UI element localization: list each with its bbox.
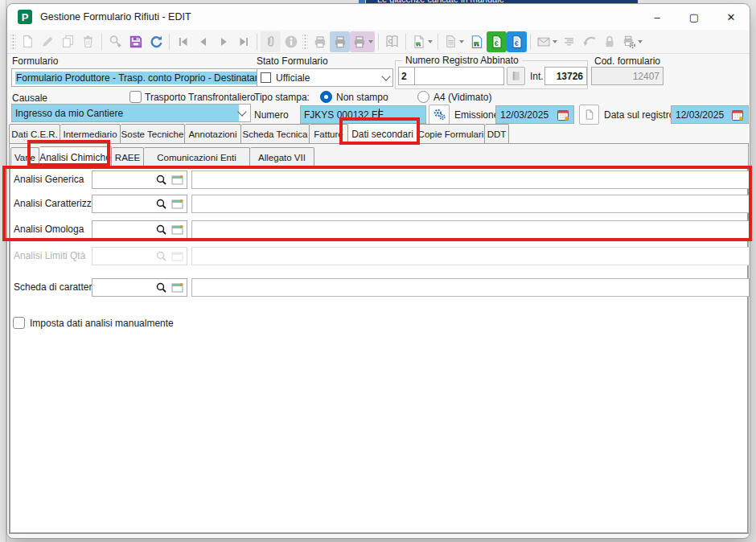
printer-preview-icon — [333, 35, 347, 49]
int-value-field[interactable]: 13726 — [544, 67, 587, 85]
analisi-omologa-search-field[interactable] — [92, 220, 187, 239]
tab-raee[interactable]: RAEE — [112, 147, 144, 167]
lock-button[interactable] — [599, 31, 619, 52]
tab-ddt[interactable]: DDT — [485, 124, 509, 144]
toolbar-grip — [302, 33, 308, 51]
delete-button[interactable] — [78, 31, 98, 52]
dropdown-caret-icon — [638, 40, 643, 43]
tab-comunicazioni-enti[interactable]: Comunicazioni Enti — [144, 147, 250, 167]
data-registro-date-field[interactable]: 12/03/2025 — [671, 105, 749, 124]
tab-dati-cer[interactable]: Dati C.E.R. — [9, 124, 60, 144]
table-window-icon[interactable] — [171, 174, 184, 187]
registro-numero-field[interactable] — [414, 67, 504, 85]
toolbar-separator — [405, 34, 406, 50]
info-button[interactable] — [281, 31, 301, 52]
toolbar-separator — [257, 34, 257, 50]
info-icon — [284, 35, 298, 49]
scheda-caratter-search-field[interactable] — [92, 278, 187, 297]
new-document-icon — [21, 35, 35, 48]
refresh-button[interactable] — [146, 31, 166, 52]
imposta-dati-analisi-checkbox[interactable] — [13, 317, 25, 329]
formulario-automezzo-button[interactable] — [466, 31, 487, 52]
numero-settings-button[interactable] — [429, 105, 450, 125]
attachment-button[interactable] — [261, 31, 281, 52]
tab-varie[interactable]: Varie — [10, 147, 39, 167]
table-window-icon — [171, 250, 184, 263]
text-cursor — [379, 109, 380, 121]
trasporto-transfrontaliero-checkbox[interactable] — [129, 91, 142, 103]
save-button[interactable] — [125, 31, 146, 52]
registro-prefix-field[interactable]: 2 — [398, 67, 415, 85]
fattura-euro-blu-button[interactable]: € — [507, 31, 527, 52]
background-window-edge — [0, 0, 6, 542]
nav-last-button[interactable] — [233, 31, 253, 52]
radio-non-stampo[interactable] — [320, 91, 332, 103]
printer-gear-icon — [622, 35, 636, 49]
nav-first-button[interactable] — [173, 31, 193, 52]
dropdown-caret-icon — [368, 40, 373, 43]
calendar-icon[interactable] — [557, 109, 569, 121]
primary-tabstrip: Dati C.E.R. Intermediario Soste Tecniche… — [9, 123, 509, 144]
libro-registro-button[interactable]: C — [382, 31, 402, 52]
search-icon[interactable] — [155, 174, 168, 187]
tab-analisi-chimiche[interactable]: Analisi Chimiche — [39, 146, 112, 167]
registro-book-button[interactable] — [507, 67, 525, 85]
nav-next-button[interactable] — [213, 31, 233, 52]
toolbar-separator — [169, 34, 170, 50]
chevron-down-icon — [381, 72, 390, 80]
radio-a4-vidimato[interactable] — [417, 91, 429, 103]
tab-dati-secondari[interactable]: Dati secondari — [348, 123, 417, 144]
analisi-generica-search-field[interactable] — [92, 170, 187, 189]
print-preview-button[interactable] — [330, 31, 350, 52]
print-button[interactable] — [310, 31, 330, 52]
tab-intermediario[interactable]: Intermediario — [60, 124, 121, 144]
edit-button[interactable] — [38, 31, 58, 52]
copy-date-button[interactable] — [579, 105, 599, 125]
calendar-icon[interactable] — [731, 109, 744, 121]
copy-page-icon — [583, 109, 595, 121]
tab-scheda-tecnica[interactable]: Scheda Tecnica — [241, 124, 310, 144]
formulario-value: Formulario Produttore - Trasp. conto Pro… — [15, 72, 266, 84]
distinta-button[interactable] — [559, 31, 579, 52]
nav-next-icon — [217, 35, 230, 48]
new-document-button[interactable] — [18, 31, 38, 52]
nav-previous-button[interactable] — [193, 31, 213, 52]
tab-soste-tecniche[interactable]: Soste Tecniche — [121, 124, 185, 144]
cod-formulario-label: Cod. formulario — [594, 55, 660, 67]
print-options-button[interactable] — [350, 31, 375, 52]
stato-formulario-combobox[interactable]: Ufficiale — [257, 68, 393, 87]
toolbar: C € € — [7, 30, 750, 54]
stampa-impostazioni-button[interactable] — [619, 31, 644, 52]
data-sul-registro-label: Data sul registro — [604, 109, 674, 121]
data-registro-value: 12/03/2025 — [676, 109, 724, 121]
tab-fatture[interactable]: Fatture — [310, 124, 348, 144]
table-window-icon[interactable] — [171, 198, 184, 211]
minimize-button[interactable]: – — [639, 4, 676, 30]
maximize-button[interactable]: ▢ — [676, 4, 713, 30]
email-button[interactable] — [534, 31, 559, 52]
stato-formulario-label: Stato Formulario — [257, 55, 328, 67]
tab-annotazioni[interactable]: Annotazioni — [185, 124, 241, 144]
emissione-date-field[interactable]: 12/03/2025 — [495, 105, 574, 124]
tab-copie-formulari[interactable]: Copie Formulari — [417, 124, 485, 144]
int-label: Int. — [530, 71, 544, 82]
copy-button[interactable] — [58, 31, 78, 52]
annulla-button[interactable] — [579, 31, 599, 52]
table-window-icon[interactable] — [171, 224, 184, 236]
search-icon[interactable] — [155, 198, 168, 211]
search-icon[interactable] — [155, 224, 168, 236]
fattura-euro-verde-button[interactable]: € — [487, 31, 507, 52]
search-button[interactable] — [105, 31, 125, 52]
tab-allegato-vii[interactable]: Allegato VII — [250, 147, 314, 167]
analisi-caratterizz-search-field[interactable] — [92, 195, 187, 213]
toolbar-separator — [438, 34, 438, 50]
table-window-icon[interactable] — [171, 281, 184, 294]
documento-trasporto-button[interactable] — [409, 31, 434, 52]
documento-menu-button[interactable] — [442, 31, 466, 52]
search-icon[interactable] — [155, 281, 168, 294]
numero-field[interactable]: FJKYS 000132 FF — [300, 105, 426, 124]
nav-last-icon — [237, 35, 250, 48]
causale-combobox[interactable]: Ingresso da mio Cantiere — [11, 104, 251, 122]
close-button[interactable]: ✕ — [713, 4, 750, 30]
emissione-value: 12/03/2025 — [500, 109, 549, 121]
